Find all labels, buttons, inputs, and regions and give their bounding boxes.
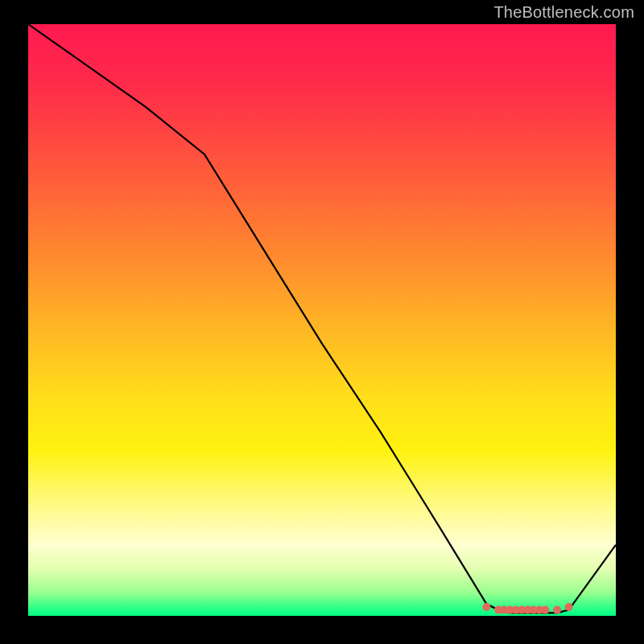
marker-dot <box>565 603 573 611</box>
line-overlay <box>28 24 616 616</box>
attribution-text: TheBottleneck.com <box>493 3 634 22</box>
plot-area <box>28 24 616 616</box>
marker-group <box>482 603 572 614</box>
marker-dot <box>482 603 490 611</box>
curve-path <box>28 24 616 613</box>
marker-dot <box>541 606 549 614</box>
chart-frame: TheBottleneck.com <box>0 0 644 644</box>
marker-dot <box>553 606 561 614</box>
